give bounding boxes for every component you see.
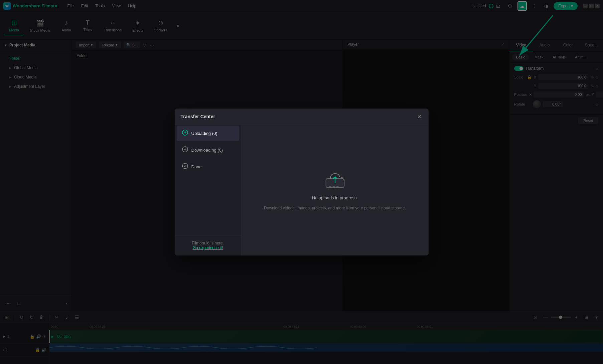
modal-footer: Filmora.io is here. Go experience it! bbox=[175, 235, 241, 255]
download-icon bbox=[182, 146, 188, 154]
nav-done[interactable]: Done bbox=[177, 159, 239, 174]
upload-icon bbox=[182, 130, 188, 137]
nav-uploading[interactable]: Uploading (0) bbox=[177, 126, 239, 141]
modal-body: Uploading (0) Downloading (0) bbox=[175, 125, 429, 255]
transfer-center-modal: Transfer Center ✕ Uploading (0) bbox=[175, 109, 429, 255]
uploading-label: Uploading (0) bbox=[191, 131, 217, 136]
modal-title: Transfer Center bbox=[181, 114, 215, 119]
cloud-upload-icon bbox=[324, 169, 346, 191]
modal-header: Transfer Center ✕ bbox=[175, 109, 429, 125]
svg-rect-6 bbox=[336, 186, 338, 187]
go-experience-link[interactable]: Go experience it! bbox=[193, 245, 223, 250]
svg-point-2 bbox=[182, 163, 188, 169]
modal-sidebar: Uploading (0) Downloading (0) bbox=[175, 125, 242, 255]
downloading-label: Downloading (0) bbox=[191, 148, 223, 153]
svg-rect-4 bbox=[329, 186, 331, 187]
upload-description: Download videos, images, projects, and m… bbox=[264, 205, 406, 211]
modal-content: No uploads in progress. Download videos,… bbox=[242, 125, 429, 255]
nav-downloading[interactable]: Downloading (0) bbox=[177, 142, 239, 158]
no-uploads-text: No uploads in progress. bbox=[312, 195, 358, 200]
modal-close-button[interactable]: ✕ bbox=[416, 113, 423, 120]
modal-overlay[interactable]: Transfer Center ✕ Uploading (0) bbox=[0, 0, 603, 364]
svg-rect-5 bbox=[332, 186, 335, 187]
done-label: Done bbox=[191, 164, 202, 169]
done-icon bbox=[182, 163, 188, 170]
filmora-io-text: Filmora.io is here. bbox=[180, 241, 236, 245]
